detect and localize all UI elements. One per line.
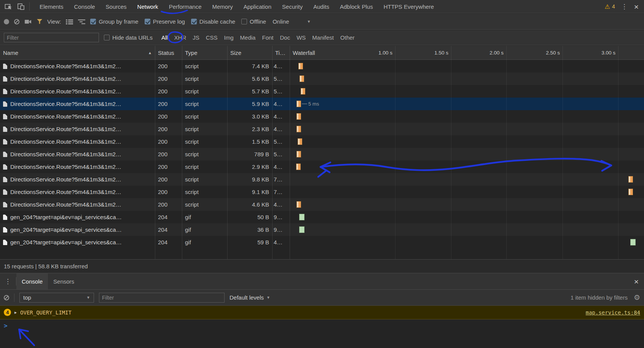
table-row[interactable]: DirectionsService.Route?5m4&1m3&1m2…200s… (0, 186, 644, 198)
tab-https-everywhere[interactable]: HTTPS Everywhere (378, 0, 440, 13)
tab-application[interactable]: Application (238, 0, 277, 13)
inspect-element-icon[interactable] (5, 3, 13, 10)
tab-memory[interactable]: Memory (207, 0, 238, 13)
source-location-link[interactable]: map.service.ts:84 (586, 310, 640, 316)
checkbox-box[interactable] (191, 19, 197, 24)
request-name-cell[interactable]: DirectionsService.Route?5m4&1m3&1m2… (0, 186, 155, 198)
checkbox-offline[interactable]: Offline (241, 18, 266, 25)
table-row[interactable]: DirectionsService.Route?5m4&1m3&1m2…200s… (0, 85, 644, 98)
tab-security[interactable]: Security (277, 0, 308, 13)
table-row[interactable]: DirectionsService.Route?5m4&1m3&1m2…200s… (0, 135, 644, 148)
request-name-cell[interactable]: DirectionsService.Route?5m4&1m3&1m2… (0, 60, 155, 72)
close-drawer-icon[interactable]: × (634, 277, 639, 286)
request-name-cell[interactable]: gen_204?target=api&ev=api_services&ca… (0, 236, 155, 249)
request-name-cell[interactable]: gen_204?target=api&ev=api_services&ca… (0, 223, 155, 236)
request-name-cell[interactable]: DirectionsService.Route?5m4&1m3&1m2… (0, 198, 155, 211)
checkbox-box[interactable] (104, 35, 110, 40)
table-row[interactable]: gen_204?target=api&ev=api_services&ca…20… (0, 236, 644, 249)
log-levels-select[interactable]: Default levels ▼ (230, 294, 270, 301)
show-overview-icon[interactable] (78, 19, 85, 24)
filter-type-img[interactable]: Img (224, 34, 234, 41)
console-settings-icon[interactable]: ⚙ (634, 293, 640, 302)
table-row[interactable]: DirectionsService.Route?5m4&1m3&1m2…200s… (0, 110, 644, 123)
tab-sources[interactable]: Sources (100, 0, 132, 13)
filter-funnel-icon[interactable] (37, 19, 42, 24)
filter-type-ws[interactable]: WS (296, 34, 306, 41)
table-row[interactable]: DirectionsService.Route?5m4&1m3&1m2…200s… (0, 173, 644, 186)
table-row[interactable]: DirectionsService.Route?5m4&1m3&1m2…200s… (0, 123, 644, 135)
tab-adblock-plus[interactable]: Adblock Plus (335, 0, 378, 13)
table-row[interactable]: DirectionsService.Route?5m4&1m3&1m2…200s… (0, 60, 644, 72)
request-name: DirectionsService.Route?5m4&1m3&1m2… (10, 198, 121, 211)
table-row[interactable]: DirectionsService.Route?5m4&1m3&1m2…200s… (0, 160, 644, 173)
drawer-tab-console[interactable]: Console (16, 273, 48, 289)
table-row[interactable]: gen_204?target=api&ev=api_services&ca…20… (0, 223, 644, 236)
tab-performance[interactable]: Performance (164, 0, 207, 13)
request-name-cell[interactable]: DirectionsService.Route?5m4&1m3&1m2… (0, 173, 155, 186)
table-row[interactable]: DirectionsService.Route?5m4&1m3&1m2…200s… (0, 148, 644, 160)
table-row[interactable]: DirectionsService.Route?5m4&1m3&1m2…200s… (0, 72, 644, 85)
table-row[interactable]: gen_204?target=api&ev=api_services&ca…20… (0, 211, 644, 223)
checkbox-box[interactable] (90, 19, 96, 24)
size-cell: 1.5 KB (227, 135, 272, 148)
tab-audits[interactable]: Audits (308, 0, 335, 13)
expand-triangle-icon[interactable]: ▶ (14, 310, 17, 314)
execution-context-select[interactable]: top ▼ (19, 293, 94, 303)
request-name-cell[interactable]: DirectionsService.Route?5m4&1m3&1m2… (0, 148, 155, 160)
request-name-cell[interactable]: DirectionsService.Route?5m4&1m3&1m2… (0, 160, 155, 173)
record-button[interactable] (4, 19, 9, 24)
device-toolbar-icon[interactable] (17, 3, 25, 10)
tab-elements[interactable]: Elements (34, 0, 69, 13)
table-row[interactable]: DirectionsService.Route?5m4&1m3&1m2…200s… (0, 98, 644, 110)
checkbox-box[interactable] (145, 19, 150, 24)
throttling-selected[interactable]: Online (273, 18, 289, 25)
filter-type-font[interactable]: Font (262, 34, 273, 41)
checkbox-box[interactable] (241, 19, 247, 24)
filter-type-manifest[interactable]: Manifest (312, 34, 334, 41)
console-prompt[interactable]: > (0, 319, 644, 333)
checkbox-preserve-log[interactable]: Preserve log (145, 18, 185, 25)
column-header-waterfall[interactable]: Waterfall 1.00 s1.50 s2.00 s2.50 s3.00 s (290, 46, 644, 59)
more-options-icon[interactable]: ⋮ (621, 3, 628, 11)
request-name-cell[interactable]: DirectionsService.Route?5m4&1m3&1m2… (0, 98, 155, 110)
filter-type-all[interactable]: All (161, 34, 168, 41)
column-header-size[interactable]: Size (227, 46, 272, 59)
column-header-status[interactable]: Status (155, 46, 182, 59)
use-large-rows-icon[interactable] (66, 19, 73, 24)
capture-screenshots-icon[interactable] (24, 19, 32, 24)
request-name-cell[interactable]: DirectionsService.Route?5m4&1m3&1m2… (0, 135, 155, 148)
request-name-cell[interactable]: DirectionsService.Route?5m4&1m3&1m2… (0, 110, 155, 123)
checkbox-disable-cache[interactable]: Disable cache (191, 18, 235, 25)
warning-counter[interactable]: ⚠ 4 (605, 3, 615, 10)
filter-type-doc[interactable]: Doc (280, 34, 290, 41)
table-row[interactable]: DirectionsService.Route?5m4&1m3&1m2…200s… (0, 198, 644, 211)
tab-console[interactable]: Console (69, 0, 100, 13)
column-header-type[interactable]: Type (182, 46, 227, 59)
clear-button[interactable] (14, 19, 19, 24)
filter-type-js[interactable]: JS (193, 34, 199, 41)
close-devtools-icon[interactable]: × (634, 3, 639, 11)
console-filter-input[interactable] (99, 293, 225, 303)
request-name-cell[interactable]: DirectionsService.Route?5m4&1m3&1m2… (0, 72, 155, 85)
time-cell: 4… (272, 60, 290, 72)
column-header-time[interactable]: Ti… (272, 46, 290, 59)
column-header-name[interactable]: Name ▲ (0, 46, 155, 59)
hidden-items-note: 1 item hidden by filters (571, 294, 628, 301)
drawer-tab-sensors[interactable]: Sensors (48, 273, 80, 289)
filter-type-xhr[interactable]: XHR (174, 34, 187, 41)
request-name-cell[interactable]: DirectionsService.Route?5m4&1m3&1m2… (0, 85, 155, 98)
filter-type-other[interactable]: Other (340, 34, 355, 41)
drawer-menu-icon[interactable]: ⋮ (0, 277, 16, 285)
hide-data-urls-checkbox[interactable]: Hide data URLs (104, 34, 153, 41)
checkbox-group-by-frame[interactable]: Group by frame (90, 18, 138, 25)
throttling-dropdown-icon[interactable]: ▼ (307, 19, 311, 24)
filter-type-media[interactable]: Media (240, 34, 256, 41)
request-name-cell[interactable]: gen_204?target=api&ev=api_services&ca… (0, 211, 155, 223)
filter-type-css[interactable]: CSS (206, 34, 218, 41)
type-cell: script (182, 160, 227, 173)
console-warning-message[interactable]: 4 ▶ OVER_QUERY_LIMIT map.service.ts:84 (0, 306, 644, 319)
tab-network[interactable]: Network (132, 0, 164, 13)
network-filter-input[interactable] (4, 33, 99, 42)
request-name-cell[interactable]: DirectionsService.Route?5m4&1m3&1m2… (0, 123, 155, 135)
clear-console-button[interactable] (4, 295, 9, 300)
